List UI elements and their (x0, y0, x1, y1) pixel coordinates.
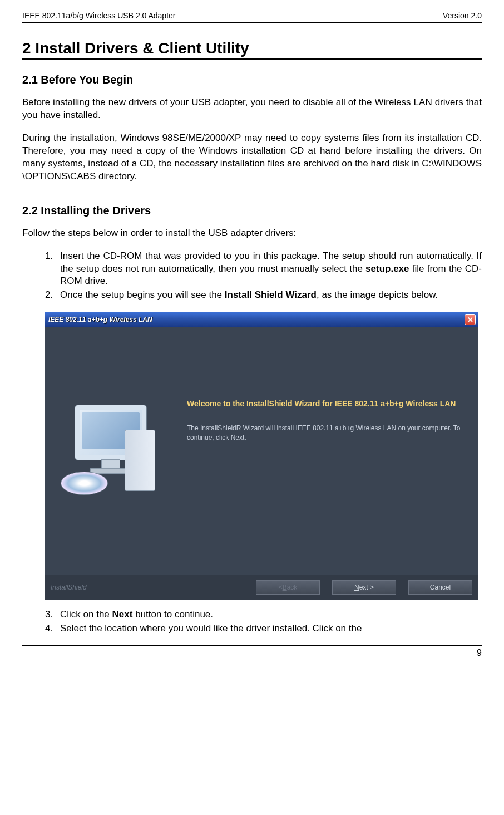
header-left: IEEE 802.11a/b/g Wireless USB 2.0 Adapte… (22, 11, 176, 20)
section-2-1-heading: 2.1 Before You Begin (22, 73, 482, 86)
close-icon: ✕ (467, 316, 473, 324)
step-3: Click on the Next button to continue. (56, 608, 482, 621)
doc-header: IEEE 802.11a/b/g Wireless USB 2.0 Adapte… (22, 11, 482, 20)
next-button[interactable]: Next > (332, 580, 396, 595)
section-2-1-p2: During the installation, Windows 98SE/ME… (22, 132, 482, 183)
computer-icon (58, 405, 169, 516)
wizard-footer: InstallShield < Back Next > Cancel (45, 575, 478, 600)
installshield-brand: InstallShield (51, 583, 256, 591)
page-footer: 9 (22, 645, 482, 658)
section-2-2-intro: Follow the steps below in order to insta… (22, 227, 482, 240)
wizard-titlebar: IEEE 802.11 a+b+g Wireless LAN ✕ (45, 312, 478, 327)
step-2: Once the setup begins you will see the I… (56, 289, 482, 302)
wizard-buttons: < Back Next > Cancel (256, 580, 472, 595)
chapter-title: 2 Install Drivers & Client Utility (22, 40, 482, 57)
install-steps-list-cont: Click on the Next button to continue. Se… (22, 608, 482, 635)
header-right: Version 2.0 (443, 11, 482, 20)
header-divider (22, 22, 482, 23)
wizard-screenshot: IEEE 802.11 a+b+g Wireless LAN ✕ (45, 312, 478, 600)
tower-icon (125, 430, 155, 491)
wizard-title-text: IEEE 802.11 a+b+g Wireless LAN (48, 316, 152, 323)
cancel-button[interactable]: Cancel (408, 580, 472, 595)
wizard-welcome: Welcome to the InstallShield Wizard for … (187, 399, 461, 408)
section-2-1-p1: Before installing the new drivers of you… (22, 96, 482, 122)
step-4: Select the location where you would like… (56, 622, 482, 635)
install-steps-list: Insert the CD-ROM that was provided to y… (22, 250, 482, 302)
wizard-text-panel: Welcome to the InstallShield Wizard for … (181, 327, 478, 600)
section-2-2-heading: 2.2 Installing the Drivers (22, 204, 482, 217)
wizard-graphic-panel (45, 327, 181, 600)
chapter-divider (22, 58, 482, 60)
wizard-description: The InstallShieldR Wizard will install I… (187, 424, 461, 443)
cd-icon (61, 472, 108, 495)
back-button: < Back (256, 580, 320, 595)
step-1: Insert the CD-ROM that was provided to y… (56, 250, 482, 288)
close-button[interactable]: ✕ (465, 314, 476, 325)
wizard-body: Welcome to the InstallShield Wizard for … (45, 327, 478, 600)
wizard-window: IEEE 802.11 a+b+g Wireless LAN ✕ (45, 312, 478, 600)
page-number: 9 (477, 648, 482, 657)
